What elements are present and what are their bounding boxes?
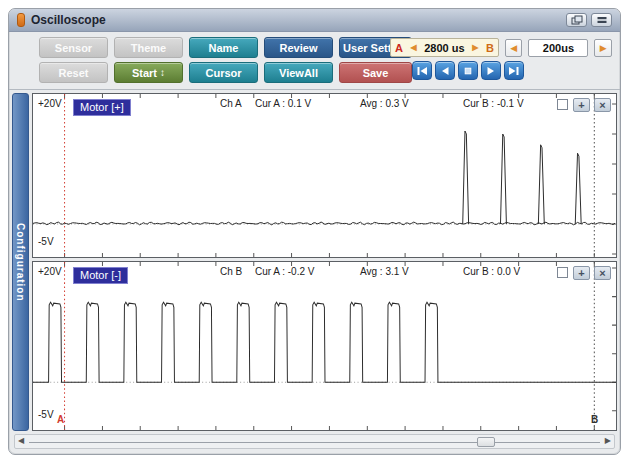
title-bar: Oscilloscope <box>9 9 620 32</box>
channel-a-checkbox[interactable] <box>557 99 568 110</box>
channel-b-panel: +20V Motor [-] Ch B Cur A : -0.2 V Avg :… <box>32 261 617 431</box>
review-button[interactable]: Review <box>264 37 333 58</box>
channel-a-scale-bottom: -5V <box>38 236 54 247</box>
minimize-icon <box>596 15 608 25</box>
channel-b-move-button[interactable]: + <box>573 266 590 280</box>
sensor-button[interactable]: Sensor <box>39 37 108 58</box>
move-icon: + <box>578 100 584 111</box>
channel-b-scale-bottom: -5V <box>38 409 54 420</box>
app-icon <box>17 13 25 27</box>
cursor-range-value: 2800 us <box>424 42 464 54</box>
toolbar: Sensor Theme Name Review User Setting Re… <box>9 32 620 90</box>
cursor-range-display[interactable]: A ◀ 2800 us ▶ B <box>390 38 499 57</box>
start-spinner-icon: ↕ <box>160 67 165 78</box>
channel-b-label: Ch B <box>220 266 242 277</box>
cursor-b-marker-label[interactable]: B <box>591 414 598 425</box>
cursor-b-label: B <box>486 42 494 54</box>
configuration-tab[interactable]: Configuration <box>12 93 29 431</box>
channel-a-move-button[interactable]: + <box>573 98 590 112</box>
oscilloscope-window: Oscilloscope Sensor Theme Name Review <box>8 8 621 455</box>
channel-b-average-measurement: Avg : 3.1 V <box>360 266 409 277</box>
close-icon: × <box>599 100 605 111</box>
channel-a-scale-top: +20V <box>38 98 62 109</box>
channel-a-panel: +20V Motor [+] Ch A Cur A : 0.1 V Avg : … <box>32 93 617 258</box>
channel-a-name-badge[interactable]: Motor [+] <box>73 99 131 116</box>
timebase-value[interactable]: 200us <box>528 39 588 57</box>
plot-area: +20V Motor [+] Ch A Cur A : 0.1 V Avg : … <box>32 93 617 431</box>
reset-button[interactable]: Reset <box>39 62 108 83</box>
cursor-button[interactable]: Cursor <box>189 62 258 83</box>
channel-a-cursor-b-measurement: Cur B : -0.1 V <box>463 98 524 109</box>
playback-controls <box>412 61 612 80</box>
window-title: Oscilloscope <box>31 13 106 27</box>
channel-b-checkbox[interactable] <box>557 267 568 278</box>
start-button[interactable]: Start ↕ <box>114 62 183 83</box>
stop-button[interactable] <box>458 61 478 80</box>
restore-icon <box>571 15 583 25</box>
channel-b-scale-top: +20V <box>38 266 62 277</box>
cursor-a-label: A <box>395 42 403 54</box>
skip-to-end-button[interactable] <box>504 61 524 80</box>
cursor-a-marker-label[interactable]: A <box>57 414 64 425</box>
close-icon: × <box>599 268 605 279</box>
step-forward-button[interactable] <box>481 61 501 80</box>
step-back-button[interactable] <box>435 61 455 80</box>
main-area: Configuration +20V Motor [+] Ch A Cur A … <box>9 90 620 431</box>
scroll-left-icon[interactable]: ◀ <box>18 436 24 445</box>
channel-a-average-measurement: Avg : 0.3 V <box>360 98 409 109</box>
name-button[interactable]: Name <box>189 37 258 58</box>
configuration-tab-label: Configuration <box>15 223 26 302</box>
step-forward-icon <box>484 65 498 77</box>
channel-a-label: Ch A <box>220 98 242 109</box>
range-left-arrow-icon: ◀ <box>411 43 417 52</box>
channel-b-cursor-a-measurement: Cur A : -0.2 V <box>255 266 314 277</box>
timebase-increase-button[interactable]: ▶ <box>594 39 612 57</box>
channel-a-close-button[interactable]: × <box>594 98 611 112</box>
timebase-decrease-button[interactable]: ◀ <box>505 39 523 57</box>
timebase-controls: A ◀ 2800 us ▶ B ◀ 200us ▶ <box>390 38 612 80</box>
channel-b-waveform[interactable] <box>33 262 616 430</box>
channel-b-cursor-b-measurement: Cur B : 0.0 V <box>463 266 520 277</box>
right-arrow-icon: ▶ <box>600 43 607 53</box>
theme-button[interactable]: Theme <box>114 37 183 58</box>
channel-a-cursor-a-measurement: Cur A : 0.1 V <box>255 98 311 109</box>
channel-b-name-badge[interactable]: Motor [-] <box>73 267 128 284</box>
skip-to-start-icon <box>415 65 429 77</box>
scrollbar-thumb[interactable] <box>477 437 495 447</box>
channel-b-close-button[interactable]: × <box>594 266 611 280</box>
range-right-arrow-icon: ▶ <box>472 43 478 52</box>
scrollbar-groove <box>29 442 600 443</box>
skip-to-end-icon <box>507 65 521 77</box>
move-icon: + <box>578 268 584 279</box>
left-arrow-icon: ◀ <box>510 43 517 53</box>
step-back-icon <box>438 65 452 77</box>
skip-to-start-button[interactable] <box>412 61 432 80</box>
viewall-button[interactable]: ViewAll <box>264 62 333 83</box>
minimize-window-button[interactable] <box>591 13 612 27</box>
channel-a-waveform[interactable] <box>33 94 616 257</box>
restore-window-button[interactable] <box>566 13 587 27</box>
scroll-right-icon[interactable]: ▶ <box>605 436 611 445</box>
horizontal-scrollbar[interactable]: ◀ ▶ <box>14 434 615 449</box>
stop-icon <box>461 65 475 77</box>
